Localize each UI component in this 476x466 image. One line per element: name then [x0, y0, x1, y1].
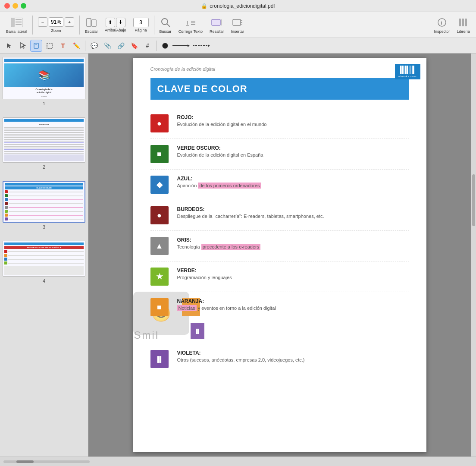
zoom-label: Zoom — [51, 28, 61, 33]
color-swatch-verde: ★ — [150, 268, 169, 286]
color-text-violeta: VIOLETA: Otros (sucesos, anécdotas, empr… — [177, 350, 409, 363]
zoom-value[interactable]: 91% — [49, 17, 63, 27]
color-name-naranja: NARANJA: — [177, 298, 409, 304]
scroll-thumb[interactable] — [16, 460, 34, 463]
color-name-violeta: VIOLETA: — [177, 350, 409, 356]
close-button[interactable] — [4, 3, 10, 9]
nav-up-button[interactable]: ⬆ — [106, 18, 115, 27]
tool-color-circle[interactable] — [159, 40, 171, 52]
color-swatch-burdeos: ● — [150, 206, 169, 224]
tool-pencil[interactable]: ✏️ — [70, 40, 82, 52]
tool-pointer[interactable] — [17, 40, 29, 52]
svg-rect-23 — [465, 19, 467, 26]
page-subtitle: Cronología de la edición digital — [150, 66, 215, 72]
nav-group[interactable]: ⬆ ⬇ Arriba/Abajo — [102, 16, 129, 34]
color-item-azul: ◆ AZUL: Aparición de los primeros ordena… — [150, 170, 409, 200]
maximize-button[interactable] — [21, 3, 26, 9]
color-item-naranja: 😊 Smil ■ ▐▌ ■ NARANJA: Noticias y evento… — [150, 292, 409, 335]
tool-stamp[interactable]: 🔖 — [128, 40, 140, 52]
header-band-title: CLAVE DE COLOR — [157, 83, 402, 94]
azul-desc-before: Aparición — [177, 183, 198, 188]
highlight-group[interactable]: Resaltar — [207, 15, 227, 35]
color-name-verde: VERDE: — [177, 268, 409, 274]
color-name-rojo: ROJO: — [177, 114, 409, 120]
nav-label: Arriba/Abajo — [105, 28, 126, 32]
color-item-burdeos: ● BURDEOS: Despliegue de la "cacharrería… — [150, 200, 409, 231]
escalar-label: Escalar — [85, 29, 98, 34]
nav-down-button[interactable]: ⬇ — [116, 18, 125, 27]
search-group[interactable]: Buscar — [157, 15, 174, 35]
svg-marker-32 — [208, 44, 210, 47]
svg-marker-24 — [7, 43, 12, 48]
naranja-highlight: Noticias — [177, 305, 197, 311]
page-counter[interactable]: 3 — [133, 18, 149, 27]
line-width-selector[interactable] — [193, 43, 210, 49]
color-item-verde-oscuro: ■ VERDE OSCURO: Evolución de la edición … — [150, 139, 409, 170]
page-thumb-4[interactable]: MI ÁREA DE EVOLUCIÓN TECNOLÓGICA — [3, 241, 85, 277]
inspector-label: Inspector — [434, 29, 450, 34]
tool-hash[interactable]: # — [141, 40, 153, 52]
library-icon — [457, 16, 470, 28]
color-desc-verde-oscuro: Evolución de la edición digital en Españ… — [177, 152, 409, 158]
swatch-symbol-rojo: ● — [157, 119, 162, 128]
color-swatch-rojo: ● — [150, 114, 169, 132]
swatch-symbol-naranja: ■ — [157, 303, 162, 312]
color-desc-rojo: Evolución de la edición digital en el mu… — [177, 121, 409, 128]
tools-divider-1 — [85, 41, 85, 51]
tool-link[interactable]: 🔗 — [115, 40, 127, 52]
insert-group[interactable]: Insertar — [229, 15, 247, 35]
color-text-naranja: NARANJA: Noticias y eventos en torno a l… — [177, 298, 409, 312]
svg-point-7 — [162, 19, 168, 25]
zoom-controls[interactable]: − 91% + Zoom — [35, 16, 77, 35]
color-swatch-violeta: ▐▌ — [150, 350, 169, 368]
right-scrollbar[interactable] — [471, 54, 476, 457]
library-label: Librería — [457, 29, 470, 34]
svg-rect-22 — [462, 19, 464, 26]
color-name-azul: AZUL: — [177, 176, 409, 182]
svg-rect-28 — [47, 43, 52, 48]
tool-crop[interactable] — [44, 40, 56, 52]
color-desc-verde: Programación y lenguajes — [177, 274, 409, 281]
page-sidebar[interactable]: 📚 Cronología de laedición digital Síntes… — [0, 54, 88, 457]
page-label: Página — [135, 28, 147, 32]
color-desc-gris: Tecnología precedente a los e-readers — [177, 244, 409, 250]
pdf-viewer[interactable]: Cronología de la edición digital 02 — [88, 54, 471, 457]
tool-text[interactable]: T — [57, 40, 69, 52]
inspector-group[interactable]: i Inspector — [431, 15, 452, 35]
color-desc-violeta: Otros (sucesos, anécdotas, empresas 2.0,… — [177, 357, 409, 363]
color-item-gris: ▲ GRIS: Tecnología precedente a los e-re… — [150, 231, 409, 261]
zoom-minus-button[interactable]: − — [38, 17, 47, 27]
window-title: 🔒 cronologia_ediciondigital.pdf — [201, 3, 275, 9]
tool-comment[interactable]: 💬 — [88, 40, 100, 52]
zoom-plus-button[interactable]: + — [65, 17, 74, 27]
page-thumb-1[interactable]: 📚 Cronología de laedición digital Síntes… — [3, 57, 85, 99]
color-name-burdeos: BURDEOS: — [177, 206, 409, 212]
highlight-label: Resaltar — [210, 29, 224, 34]
correct-text-group[interactable]: T̲ Corregir Texto — [176, 15, 205, 35]
page-thumb-2[interactable]: Introducción — [3, 117, 85, 163]
azul-highlight: de los primeros ordenadores — [198, 183, 261, 189]
line-style-selector[interactable] — [172, 43, 190, 49]
library-group[interactable]: Librería — [454, 15, 473, 35]
page-group[interactable]: 3 Página — [131, 16, 151, 34]
svg-rect-13 — [212, 19, 220, 25]
page-num-2: 2 — [3, 164, 85, 170]
thumb-1-inner: 📚 Cronología de laedición digital Síntes… — [3, 57, 85, 99]
window-controls[interactable] — [4, 3, 26, 9]
sidebar-toggle[interactable]: Barra lateral — [3, 15, 30, 35]
bottom-scroll-area[interactable] — [3, 460, 90, 463]
svg-marker-30 — [188, 44, 190, 47]
tool-text-select[interactable] — [30, 40, 42, 52]
color-desc-burdeos: Despliegue de la "cacharrería": E-reader… — [177, 213, 409, 220]
minimize-button[interactable] — [13, 3, 18, 9]
color-text-rojo: ROJO: Evolución de la edición digital en… — [177, 114, 409, 128]
escalar-group[interactable]: Escalar — [82, 15, 100, 35]
scroll-track[interactable] — [3, 460, 90, 463]
tool-attachment[interactable]: 📎 — [101, 40, 113, 52]
svg-rect-5 — [87, 19, 91, 26]
right-scrollbar-thumb[interactable] — [472, 174, 475, 226]
highlight-icon — [211, 16, 223, 28]
page-thumb-3[interactable]: CLAVE DE COLOR — [3, 181, 85, 223]
sidebar-icon — [11, 16, 23, 28]
tool-select-arrow[interactable] — [3, 40, 16, 52]
